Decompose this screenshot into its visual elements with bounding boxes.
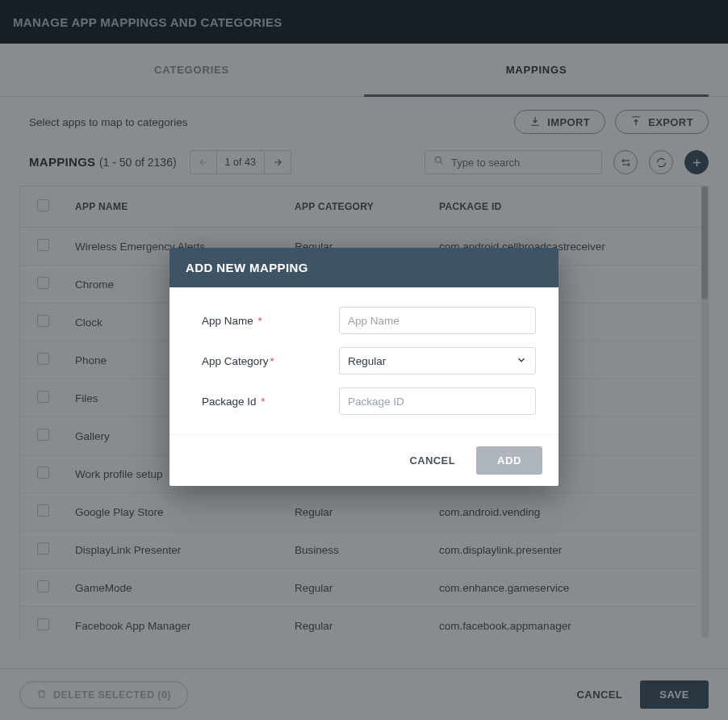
app-category-label: App Category* [202,355,339,367]
add-mapping-modal: ADD NEW MAPPING App Name * App Category*… [169,248,559,486]
modal-footer: CANCEL ADD [169,434,559,486]
field-app-category: App Category* Regular [202,347,536,375]
modal-add-button[interactable]: ADD [476,446,542,475]
field-app-name: App Name * [202,307,536,334]
package-id-label: Package Id * [202,396,339,408]
app-name-input[interactable] [339,307,536,334]
package-id-input[interactable] [339,387,536,415]
app-category-select[interactable]: Regular [339,347,536,375]
modal-cancel-button[interactable]: CANCEL [403,446,462,475]
app-category-value: Regular [348,355,386,367]
app-name-label: App Name * [202,315,339,327]
modal-body: App Name * App Category* Regular Package… [169,287,559,434]
chevron-down-icon [516,354,527,368]
modal-overlay[interactable]: ADD NEW MAPPING App Name * App Category*… [0,0,728,720]
field-package-id: Package Id * [202,387,536,415]
modal-title: ADD NEW MAPPING [169,248,559,287]
